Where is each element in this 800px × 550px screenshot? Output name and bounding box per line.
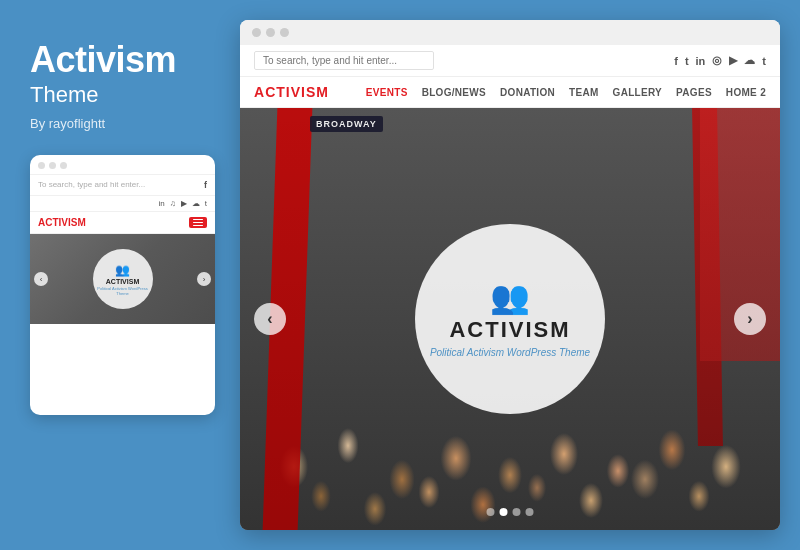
mobile-logo: ACTIVISM xyxy=(38,217,86,228)
hero-title: ACTIVISM xyxy=(449,317,570,343)
mobile-nav-bar: ACTIVISM xyxy=(30,212,215,235)
hero-next-button[interactable]: › xyxy=(734,303,766,335)
mobile-mockup: To search, type and hit enter... f in ♫ … xyxy=(30,155,215,415)
desktop-skype-icon: ☁ xyxy=(744,54,755,67)
hero-dot-1[interactable] xyxy=(487,508,495,516)
theme-author: By rayoflightt xyxy=(30,116,205,131)
desktop-youtube-icon: ▶ xyxy=(729,54,737,67)
desktop-dot-yellow xyxy=(266,28,275,37)
theme-subtitle: Theme xyxy=(30,82,205,108)
desktop-nav-bar: ACTIVISM EVENTS BLOG/NEWS DONATION TEAM … xyxy=(240,77,780,108)
desktop-social-icons: f t in ◎ ▶ ☁ t xyxy=(674,54,766,67)
mobile-hero-overlay: 👥 ACTIVISM Political Activism WordPress … xyxy=(93,249,153,309)
nav-team[interactable]: TEAM xyxy=(569,87,599,98)
nav-blognews[interactable]: BLOG/NEWS xyxy=(422,87,486,98)
desktop-twitter-icon: t xyxy=(685,55,689,67)
mobile-social-row: in ♫ ▶ ☁ t xyxy=(30,196,215,212)
mobile-youtube-icon: ▶ xyxy=(181,199,187,208)
desktop-hero: BROADWAY 👥 ACTIVISM Political Activism W… xyxy=(240,108,780,530)
mobile-prev-button[interactable]: ‹ xyxy=(34,272,48,286)
desktop-facebook-icon: f xyxy=(674,55,678,67)
hero-dot-4[interactable] xyxy=(526,508,534,516)
hero-subtitle: Political Activism WordPress Theme xyxy=(430,347,590,358)
mobile-next-button[interactable]: › xyxy=(197,272,211,286)
desktop-search-input[interactable] xyxy=(254,51,434,70)
desktop-instagram-icon: ◎ xyxy=(712,54,722,67)
mobile-skype-icon: ☁ xyxy=(192,199,200,208)
mobile-people-icon: 👥 xyxy=(115,263,130,277)
desktop-logo: ACTIVISM xyxy=(254,84,329,100)
desktop-title-bar xyxy=(240,20,780,45)
left-panel: Activism Theme By rayoflightt To search,… xyxy=(0,0,230,550)
mobile-hero-desc: Political Activism WordPress Theme xyxy=(93,286,153,296)
hero-dot-3[interactable] xyxy=(513,508,521,516)
nav-home2[interactable]: HOME 2 xyxy=(726,87,766,98)
broadway-sign: BROADWAY xyxy=(310,116,383,132)
desktop-tumblr-icon: t xyxy=(762,55,766,67)
desktop-linkedin-icon: in xyxy=(696,55,706,67)
mobile-facebook-icon: f xyxy=(204,180,207,190)
dot-green xyxy=(60,162,67,169)
desktop-dot-green xyxy=(280,28,289,37)
mobile-hero-title: ACTIVISM xyxy=(106,278,139,285)
mobile-search-bar: To search, type and hit enter... f xyxy=(30,175,215,196)
desktop-logo-accent: A xyxy=(254,84,265,100)
mobile-music-icon: ♫ xyxy=(170,199,176,208)
desktop-logo-text: CTIVISM xyxy=(265,84,329,100)
mobile-hero: 👥 ACTIVISM Political Activism WordPress … xyxy=(30,234,215,324)
mobile-tumblr-icon: t xyxy=(205,199,207,208)
nav-gallery[interactable]: GALLERY xyxy=(613,87,663,98)
hero-dot-2[interactable] xyxy=(500,508,508,516)
nav-donation[interactable]: DONATION xyxy=(500,87,555,98)
hero-prev-button[interactable]: ‹ xyxy=(254,303,286,335)
mobile-title-bar xyxy=(30,155,215,175)
dot-yellow xyxy=(49,162,56,169)
theme-title: Activism xyxy=(30,40,205,80)
nav-events[interactable]: EVENTS xyxy=(366,87,408,98)
hero-overlay-circle: 👥 ACTIVISM Political Activism WordPress … xyxy=(415,224,605,414)
desktop-dot-red xyxy=(252,28,261,37)
mobile-logo-text: CTIVISM xyxy=(45,217,86,228)
mobile-search-input[interactable]: To search, type and hit enter... xyxy=(38,180,199,189)
mobile-hamburger-button[interactable] xyxy=(189,217,207,229)
desktop-mockup: f t in ◎ ▶ ☁ t ACTIVISM EVENTS BLOG/NEWS… xyxy=(240,20,780,530)
hero-slide-dots xyxy=(487,508,534,516)
hamburger-icon xyxy=(193,219,203,227)
nav-pages[interactable]: PAGES xyxy=(676,87,712,98)
desktop-nav-links: EVENTS BLOG/NEWS DONATION TEAM GALLERY P… xyxy=(366,87,766,98)
desktop-search-bar: f t in ◎ ▶ ☁ t xyxy=(240,45,780,77)
dot-red xyxy=(38,162,45,169)
hero-people-icon: 👥 xyxy=(490,281,530,313)
mobile-linkedin-icon: in xyxy=(159,199,165,208)
